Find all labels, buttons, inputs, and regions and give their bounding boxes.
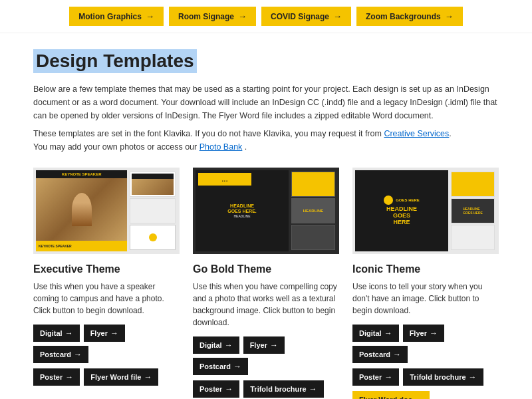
icon-small-3 bbox=[451, 225, 495, 250]
icon-flyer-label: Flyer bbox=[410, 329, 427, 337]
bold-trifold-arrow: → bbox=[309, 384, 317, 394]
exec-small-1 bbox=[130, 172, 176, 197]
photo-note-suffix: . bbox=[245, 142, 247, 152]
bold-postcard-arrow: → bbox=[233, 362, 241, 371]
icon-flyer-word-doc-button[interactable]: Flyer Word doc → bbox=[352, 391, 430, 399]
icon-small-headline: HEADLINEGOES HERE bbox=[463, 207, 483, 215]
gobold-theme-column: • • • HEADLINEGOES HERE. HEADLINE HEADLI… bbox=[193, 168, 339, 399]
exec-top-bar: KEYNOTE SPEAKER bbox=[36, 170, 127, 178]
bold-trifold-label: Trifold brochure bbox=[250, 385, 306, 393]
iconic-buttons-row1: Digital → Flyer → Postcard → bbox=[352, 325, 499, 363]
iconic-theme-column: GOES HERE HEADLINEGOESHERE HEADLINEGOES … bbox=[352, 168, 499, 399]
executive-theme-column: KEYNOTE SPEAKER KEYNOTE SPEAKER bbox=[33, 168, 180, 399]
exec-footer-text: KEYNOTE SPEAKER bbox=[39, 244, 72, 248]
font-note-text: These templates are set in the font Klav… bbox=[33, 129, 382, 138]
creative-services-link[interactable]: Creative Services bbox=[384, 129, 449, 138]
iconic-theme-name: Iconic Theme bbox=[352, 263, 499, 275]
exec-flyer-word-arrow: → bbox=[144, 372, 152, 382]
icon-poster-button[interactable]: Poster → bbox=[352, 368, 399, 386]
gobold-buttons-row2: Poster → Trifold brochure → bbox=[193, 380, 339, 398]
executive-theme-thumbnail: KEYNOTE SPEAKER KEYNOTE SPEAKER bbox=[33, 168, 180, 254]
icon-goes-here: GOES HERE bbox=[396, 198, 420, 202]
bold-poster-button[interactable]: Poster → bbox=[193, 380, 239, 398]
bold-main-panel: • • • HEADLINEGOES HERE. HEADLINE bbox=[196, 170, 289, 251]
exec-small-3 bbox=[130, 225, 176, 250]
nav-zoom-backgrounds-arrow: → bbox=[445, 11, 454, 21]
iconic-buttons-row2: Poster → Trifold brochure → bbox=[352, 368, 499, 386]
top-navigation: Motion Graphics → Room Signage → COVID S… bbox=[0, 0, 532, 33]
page-title: Design Templates bbox=[33, 49, 197, 73]
exec-poster-button[interactable]: Poster → bbox=[33, 368, 80, 386]
bold-headline: HEADLINEGOES HERE. bbox=[227, 203, 257, 215]
icon-flyer-word-doc-arrow: → bbox=[415, 395, 423, 399]
icon-logo-area: GOES HERE bbox=[384, 196, 420, 205]
exec-postcard-arrow: → bbox=[74, 350, 82, 359]
exec-flyer-label: Flyer bbox=[90, 329, 108, 337]
gobold-theme-name: Go Bold Theme bbox=[193, 263, 339, 275]
icon-digital-button[interactable]: Digital → bbox=[352, 325, 399, 342]
nav-covid-signage-label: COVID Signage bbox=[271, 12, 329, 21]
bold-postcard-label: Postcard bbox=[200, 362, 231, 370]
icon-small-1 bbox=[451, 172, 495, 197]
icon-main-panel: GOES HERE HEADLINEGOESHERE bbox=[355, 170, 448, 251]
executive-buttons-row2: Poster → Flyer Word file → bbox=[33, 368, 180, 386]
bold-trifold-button[interactable]: Trifold brochure → bbox=[243, 380, 323, 398]
icon-trifold-button[interactable]: Trifold brochure → bbox=[403, 368, 483, 386]
nav-covid-signage-arrow: → bbox=[333, 11, 342, 21]
bold-small-3 bbox=[291, 225, 335, 250]
exec-flyer-word-button[interactable]: Flyer Word file → bbox=[84, 368, 158, 386]
nav-room-signage-label: Room Signage bbox=[178, 12, 234, 21]
bold-poster-label: Poster bbox=[200, 385, 222, 393]
exec-main-panel: KEYNOTE SPEAKER KEYNOTE SPEAKER bbox=[36, 170, 127, 251]
exec-footer-bar: KEYNOTE SPEAKER bbox=[36, 241, 127, 251]
exec-small-2 bbox=[130, 198, 176, 223]
iconic-theme-desc: Use icons to tell your story when you do… bbox=[352, 281, 499, 317]
bold-dots-text: • • • bbox=[222, 179, 227, 183]
exec-person-silhouette bbox=[72, 193, 92, 226]
exec-postcard-button[interactable]: Postcard → bbox=[33, 346, 88, 363]
bold-postcard-button[interactable]: Postcard → bbox=[193, 358, 248, 375]
exec-sidebar bbox=[128, 170, 177, 251]
bold-flyer-button[interactable]: Flyer → bbox=[243, 336, 285, 354]
photo-bank-link[interactable]: Photo Bank bbox=[200, 142, 243, 152]
exec-small-1-top bbox=[132, 174, 174, 179]
executive-buttons-row1: Digital → Flyer → Postcard → bbox=[33, 325, 180, 363]
icon-postcard-arrow: → bbox=[393, 350, 401, 359]
gobold-theme-desc: Use this when you have compelling copy a… bbox=[193, 281, 339, 329]
exec-digital-label: Digital bbox=[40, 329, 63, 337]
exec-small-1-img bbox=[132, 179, 174, 195]
icon-flyer-word-doc-label: Flyer Word doc bbox=[359, 396, 412, 399]
exec-digital-arrow: → bbox=[65, 329, 73, 338]
bold-small-headline: HEADLINE bbox=[303, 209, 324, 213]
icon-trifold-arrow: → bbox=[469, 372, 477, 382]
exec-image-area bbox=[36, 178, 127, 241]
bold-sidebar: HEADLINE bbox=[290, 170, 336, 251]
exec-flyer-word-label: Flyer Word file bbox=[90, 373, 141, 381]
exec-flyer-button[interactable]: Flyer → bbox=[84, 325, 125, 342]
nav-motion-graphics[interactable]: Motion Graphics → bbox=[69, 7, 164, 26]
bold-flyer-arrow: → bbox=[270, 340, 278, 350]
exec-digital-button[interactable]: Digital → bbox=[33, 325, 80, 342]
icon-postcard-button[interactable]: Postcard → bbox=[352, 346, 408, 363]
iconic-buttons-row3: Flyer Word doc → bbox=[352, 391, 499, 399]
bold-digital-label: Digital bbox=[200, 341, 222, 349]
bold-digital-arrow: → bbox=[225, 340, 233, 350]
exec-poster-arrow: → bbox=[65, 372, 73, 382]
nav-zoom-backgrounds[interactable]: Zoom Backgrounds → bbox=[356, 7, 463, 26]
iconic-theme-thumbnail: GOES HERE HEADLINEGOESHERE HEADLINEGOES … bbox=[352, 168, 499, 254]
template-grid: KEYNOTE SPEAKER KEYNOTE SPEAKER bbox=[33, 168, 499, 399]
photo-note-prefix: You may add your own photos or access ou… bbox=[33, 142, 197, 152]
icon-trifold-label: Trifold brochure bbox=[410, 373, 466, 381]
exec-flyer-arrow: → bbox=[110, 329, 118, 338]
nav-room-signage[interactable]: Room Signage → bbox=[169, 7, 256, 26]
icon-postcard-label: Postcard bbox=[359, 350, 390, 358]
icon-flyer-button[interactable]: Flyer → bbox=[403, 325, 444, 342]
executive-theme-desc: Use this when you have a speaker coming … bbox=[33, 281, 180, 317]
font-note: These templates are set in the font Klav… bbox=[33, 129, 499, 138]
nav-zoom-backgrounds-label: Zoom Backgrounds bbox=[366, 12, 441, 21]
photo-note: You may add your own photos or access ou… bbox=[33, 142, 499, 152]
bold-subtext: HEADLINE bbox=[233, 214, 250, 218]
executive-theme-name: Executive Theme bbox=[33, 263, 180, 275]
nav-covid-signage[interactable]: COVID Signage → bbox=[261, 7, 351, 26]
bold-digital-button[interactable]: Digital → bbox=[193, 336, 239, 354]
